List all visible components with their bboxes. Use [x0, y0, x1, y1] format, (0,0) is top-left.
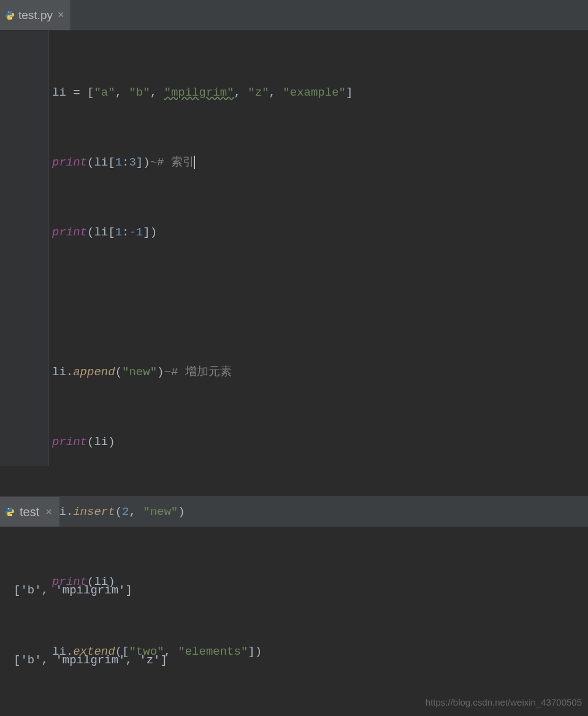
- console-tab-test[interactable]: test ×: [0, 497, 59, 527]
- code-line: li = ["a", "b", "mpilgrim", "z", "exampl…: [52, 81, 353, 104]
- code-editor[interactable]: li = ["a", "b", "mpilgrim", "z", "exampl…: [0, 31, 588, 466]
- code-line: print(li[1:-1]): [52, 221, 353, 244]
- close-icon[interactable]: ×: [45, 506, 52, 519]
- code-line: li.append("new")~# 增加元素: [52, 360, 353, 384]
- tab-filename: test.py: [18, 9, 53, 22]
- svg-point-3: [11, 515, 12, 516]
- watermark-text: https://blog.csdn.net/weixin_43700505: [426, 697, 582, 707]
- console-tab-name: test: [20, 505, 39, 519]
- close-icon[interactable]: ×: [58, 9, 64, 21]
- python-run-icon: [5, 507, 15, 517]
- editor-tab-test-py[interactable]: test.py ×: [0, 0, 71, 30]
- svg-point-0: [8, 12, 9, 12]
- python-file-icon: [5, 10, 15, 20]
- svg-point-1: [11, 18, 12, 18]
- code-line: print(li): [52, 710, 353, 716]
- editor-tab-bar: test.py ×: [0, 0, 588, 31]
- code-line: print(li): [52, 430, 353, 454]
- code-line: li.insert(2, "new"): [52, 500, 353, 524]
- code-line-blank: [52, 291, 353, 314]
- text-cursor: [194, 156, 195, 169]
- code-area[interactable]: li = ["a", "b", "mpilgrim", "z", "exampl…: [48, 31, 353, 466]
- svg-point-2: [8, 508, 9, 509]
- editor-gutter: [0, 31, 48, 466]
- code-line: print(li[1:3])~# 索引: [52, 151, 353, 174]
